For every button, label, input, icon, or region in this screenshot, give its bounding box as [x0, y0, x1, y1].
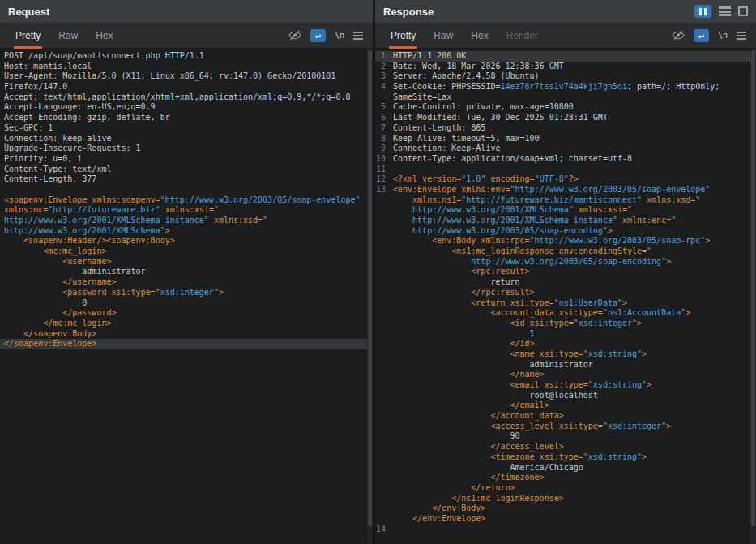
code-line[interactable]: administrator [0, 267, 373, 277]
code-line[interactable]: administrator [375, 360, 756, 371]
code-line[interactable]: <timezone xsi:type="xsd:string"> [375, 452, 756, 463]
code-line[interactable]: </return> [375, 483, 756, 494]
code-line[interactable]: Accept: text/html,application/xhtml+xml,… [0, 92, 373, 103]
code-line[interactable]: </id> [375, 339, 756, 349]
code-line[interactable]: </password> [0, 308, 373, 319]
editor-menu-icon[interactable] [737, 32, 746, 40]
code-line[interactable]: SameSite=Lax [375, 92, 756, 103]
hide-nonprinting-icon[interactable] [288, 30, 301, 41]
code-line[interactable]: <return xsi:type="ns1:UserData"> [375, 298, 756, 309]
code-line[interactable]: Connection: keep-alive [0, 134, 373, 144]
code-line[interactable]: </name> [375, 370, 756, 380]
code-line[interactable]: 11 [375, 165, 756, 175]
code-line[interactable]: 9Connection: Keep-Alive [375, 143, 756, 154]
code-line[interactable]: </access_level> [375, 442, 756, 452]
request-scrollbar-thumb[interactable] [368, 50, 372, 526]
code-line[interactable]: POST /api/soap/mantisconnect.php HTTP/1.… [0, 51, 373, 62]
newline-icon[interactable]: \n [335, 31, 344, 40]
code-line[interactable]: <password xsi:type="xsd:integer"> [0, 288, 373, 298]
code-line[interactable]: America/Chicago [375, 463, 756, 473]
code-line[interactable]: 1 [375, 329, 756, 340]
code-line[interactable]: 13<env:Envelope xmlns:env="http://www.w3… [375, 185, 756, 195]
code-line[interactable]: return [375, 277, 756, 288]
newline-icon[interactable]: \n [718, 31, 728, 40]
tab-request-raw[interactable]: Raw [49, 23, 87, 49]
code-line[interactable]: </timezone> [375, 473, 756, 483]
code-line[interactable]: </env:Body> [375, 503, 756, 514]
code-line[interactable]: </username> [0, 277, 373, 288]
tab-response-hex[interactable]: Hex [462, 23, 497, 49]
code-line[interactable]: </soapenv:Envelope> [0, 339, 373, 349]
tab-response-raw[interactable]: Raw [425, 23, 462, 49]
code-line[interactable]: <username> [0, 257, 373, 268]
code-line[interactable]: http://www.w3.org/2001/XMLSchema-instanc… [0, 216, 373, 226]
code-line[interactable]: xmlns:ns1="http://futureware.biz/mantisc… [375, 195, 756, 206]
code-line[interactable]: http://www.w3.org/2001/XMLSchema-instanc… [375, 216, 756, 226]
layout-stack-button[interactable] [719, 6, 731, 16]
code-line[interactable]: Accept-Encoding: gzip, deflate, br [0, 113, 373, 123]
code-line[interactable]: 7Content-Length: 865 [375, 123, 756, 134]
hide-nonprinting-icon[interactable] [672, 30, 685, 41]
code-line[interactable]: Upgrade-Insecure-Requests: 1 [0, 143, 373, 154]
code-line[interactable]: Content-Type: text/xml [0, 165, 373, 175]
code-line[interactable]: http://www.w3.org/2003/05/soap-encoding"… [375, 226, 756, 237]
layout-single-button[interactable] [738, 6, 748, 16]
code-line[interactable]: Sec-GPC: 1 [0, 123, 373, 134]
code-line[interactable] [0, 185, 373, 195]
request-scrollbar[interactable] [367, 49, 373, 544]
code-line[interactable]: 1HTTP/1.1 200 OK [375, 51, 756, 62]
code-line[interactable]: <soapenv:Header/><soapenv:Body> [0, 236, 373, 246]
code-line[interactable]: xmlns:mc="http://futureware.biz" xmlns:x… [0, 205, 373, 216]
code-line[interactable]: </account_data> [375, 411, 756, 422]
code-line[interactable]: <mc:mc_login> [0, 246, 373, 257]
code-line[interactable]: Content-Length: 377 [0, 174, 373, 185]
code-line[interactable]: </ns1:mc_loginResponse> [375, 494, 756, 504]
wrap-lines-icon[interactable]: ↵ [694, 29, 709, 42]
code-line[interactable]: </env:Envelope> [375, 514, 756, 525]
code-line[interactable]: Accept-Language: en-US,en;q=0.9 [0, 102, 373, 113]
code-line[interactable]: Priority: u=0, i [0, 154, 373, 165]
code-line[interactable]: 10Content-Type: application/soap+xml; ch… [375, 154, 756, 165]
tab-request-pretty[interactable]: Pretty [6, 23, 49, 49]
tab-response-render[interactable]: Render [498, 23, 547, 49]
code-line[interactable]: <soapenv:Envelope xmlns:soapenv="http://… [0, 195, 373, 206]
code-line[interactable]: <account_data xsi:type="ns1:AccountData"… [375, 308, 756, 319]
tab-request-hex[interactable]: Hex [87, 23, 122, 49]
code-line[interactable]: <access_level xsi:type="xsd:integer"> [375, 422, 756, 432]
code-line[interactable]: 8Keep-Alive: timeout=5, max=100 [375, 134, 756, 144]
response-editor[interactable]: 1HTTP/1.1 200 OK2Date: Wed, 18 Mar 2026 … [375, 49, 756, 544]
code-line[interactable]: 4Set-Cookie: PHPSESSID=14ez78r7tss1v74a4… [375, 82, 756, 92]
response-scrollbar-thumb[interactable] [751, 50, 755, 526]
code-line[interactable]: </rpc:result> [375, 288, 756, 298]
code-line[interactable]: <rpc:result> [375, 267, 756, 277]
code-line[interactable]: root@localhost [375, 391, 756, 401]
code-line[interactable]: 90 [375, 431, 756, 442]
code-line[interactable]: Host: mantis.local [0, 62, 373, 72]
code-line[interactable]: 6Last-Modified: Tue, 30 Dec 2025 01:28:3… [375, 113, 756, 123]
code-line[interactable]: 5Cache-Control: private, max-age=10800 [375, 102, 756, 113]
tab-response-pretty[interactable]: Pretty [382, 23, 425, 49]
layout-columns-button[interactable] [694, 5, 711, 18]
response-scrollbar[interactable] [750, 49, 756, 544]
code-line[interactable]: </soapenv:Body> [0, 329, 373, 340]
code-line[interactable]: Firefox/147.0 [0, 82, 373, 92]
code-line[interactable]: http://www.w3.org/2001/XMLSchema" xmlns:… [375, 205, 756, 216]
request-editor[interactable]: POST /api/soap/mantisconnect.php HTTP/1.… [0, 49, 373, 544]
code-line[interactable]: http://www.w3.org/2001/XMLSchema"> [0, 226, 373, 237]
code-line[interactable]: <id xsi:type="xsd:integer"> [375, 319, 756, 329]
code-line[interactable]: 2Date: Wed, 18 Mar 2026 12:38:36 GMT [375, 62, 756, 72]
code-line[interactable]: User-Agent: Mozilla/5.0 (X11; Linux x86_… [0, 71, 373, 82]
code-line[interactable]: <email xsi:type="xsd:string"> [375, 380, 756, 391]
code-line[interactable]: 3Server: Apache/2.4.58 (Ubuntu) [375, 71, 756, 82]
code-line[interactable]: <name xsi:type="xsd:string"> [375, 349, 756, 360]
code-line[interactable]: 14 [375, 525, 756, 535]
code-line[interactable]: </mc:mc_login> [0, 319, 373, 329]
wrap-lines-icon[interactable]: ↵ [310, 29, 326, 42]
code-line[interactable]: 12<?xml version="1.0" encoding="UTF-8"?> [375, 174, 756, 185]
editor-menu-icon[interactable] [353, 32, 363, 40]
code-line[interactable]: 0 [0, 298, 373, 309]
code-line[interactable]: </email> [375, 401, 756, 411]
code-line[interactable]: <ns1:mc_loginResponse env:encodingStyle=… [375, 246, 756, 257]
code-line[interactable]: http://www.w3.org/2003/05/soap-encoding"… [375, 257, 756, 268]
code-line[interactable]: <env:Body xmlns:rpc="http://www.w3.org/2… [375, 236, 756, 246]
